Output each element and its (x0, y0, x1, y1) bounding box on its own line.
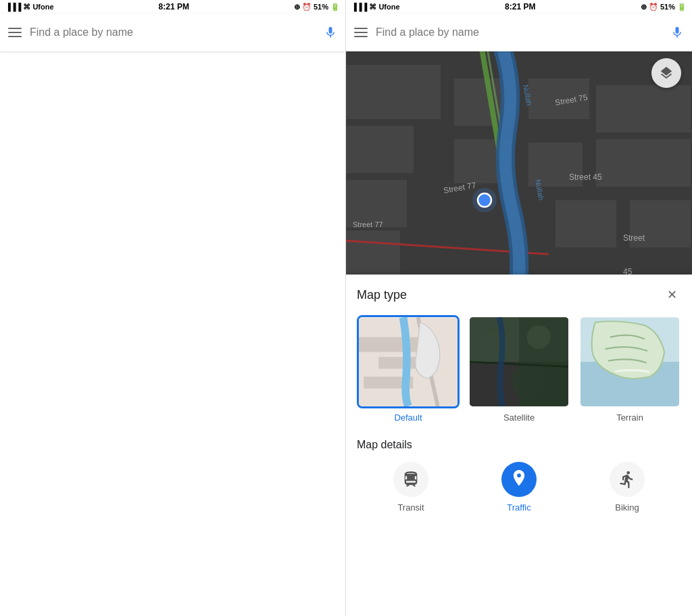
traffic-label: Traffic (507, 502, 530, 513)
right-carrier-label: Ufone (378, 3, 399, 11)
right-status-bar: ▐▐▐ ⌘ Ufone 8:21 PM ⊕ ⏰ 51% 🔋 (346, 0, 692, 14)
close-sheet-button[interactable]: ✕ (662, 285, 681, 304)
left-search-input[interactable] (30, 26, 316, 39)
biking-icon-wrap (610, 462, 645, 497)
left-time: 8:21 PM (159, 2, 189, 11)
detail-transit[interactable]: Transit (357, 462, 465, 513)
alarm-icon: ⏰ (302, 3, 312, 11)
satellite-label: Satellite (503, 412, 535, 423)
detail-traffic[interactable]: Traffic (465, 462, 573, 513)
left-status-bar: ▐▐▐ ⌘ Ufone 8:21 PM ⊕ ⏰ 51% 🔋 (0, 0, 345, 14)
satellite-thumbnail (468, 315, 570, 408)
map-details-options: Transit Traffic Bikin (357, 462, 681, 513)
biking-icon (618, 470, 637, 489)
traffic-icon-wrap (501, 462, 537, 497)
location-icon: ⊕ (294, 3, 300, 11)
right-search-input[interactable] (376, 26, 662, 39)
biking-label: Biking (615, 502, 639, 513)
right-time: 8:21 PM (505, 2, 535, 11)
right-wifi-icon: ⌘ (369, 3, 376, 11)
svg-text:Street: Street (623, 233, 645, 243)
right-search-bar (346, 14, 692, 51)
svg-point-74 (518, 474, 521, 477)
right-carrier: ▐▐▐ ⌘ Ufone (351, 3, 400, 11)
right-layers-button[interactable] (651, 58, 681, 88)
svg-rect-44 (596, 85, 691, 133)
svg-text:45: 45 (623, 267, 633, 275)
terrain-label: Terrain (616, 412, 643, 423)
map-type-title: Map type (357, 288, 407, 302)
map-type-default[interactable]: Default (357, 315, 460, 423)
map-type-terrain[interactable]: Terrain (578, 315, 681, 423)
right-signal-icon: ▐▐▐ (351, 3, 367, 11)
battery-icon: 🔋 (330, 3, 340, 11)
right-battery-icon: 🔋 (677, 3, 687, 11)
right-battery-area: ⊕ ⏰ 51% 🔋 (641, 3, 687, 11)
signal-icon: ▐▐▐ (5, 3, 21, 11)
left-battery-area: ⊕ ⏰ 51% 🔋 (294, 3, 340, 11)
svg-rect-38 (346, 65, 441, 119)
map-type-sheet: Map type ✕ D (346, 275, 692, 616)
transit-icon (401, 470, 420, 489)
right-map-bg: Street 75 Street 77 Street 77 Street 45 … (346, 51, 692, 275)
detail-biking[interactable]: Biking (573, 462, 681, 513)
transit-label: Transit (397, 502, 424, 513)
right-map-container: Street 75 Street 77 Street 77 Street 45 … (346, 51, 692, 275)
wifi-icon: ⌘ (23, 3, 30, 11)
sheet-header: Map type ✕ (357, 285, 681, 304)
transit-icon-wrap (393, 462, 428, 497)
svg-text:Street 77: Street 77 (353, 220, 383, 229)
map-details-title: Map details (357, 439, 681, 451)
map-type-satellite[interactable]: Satellite (468, 315, 570, 423)
left-hamburger-button[interactable] (8, 28, 22, 37)
terrain-thumbnail (578, 315, 681, 408)
svg-point-59 (478, 193, 491, 207)
right-map-svg: Street 75 Street 77 Street 77 Street 45 … (346, 51, 692, 275)
right-panel: ▐▐▐ ⌘ Ufone 8:21 PM ⊕ ⏰ 51% 🔋 (346, 0, 692, 616)
svg-point-70 (527, 325, 551, 349)
traffic-icon (510, 470, 528, 489)
right-mic-icon[interactable] (670, 26, 684, 39)
svg-point-71 (511, 364, 547, 400)
battery-label: 51% (314, 3, 328, 11)
carrier-label: Ufone (32, 3, 53, 11)
right-battery-label: 51% (660, 3, 675, 11)
right-location-icon: ⊕ (641, 3, 647, 11)
left-panel: ▐▐▐ ⌘ Ufone 8:21 PM ⊕ ⏰ 51% 🔋 (0, 0, 346, 616)
left-search-bar (0, 14, 345, 51)
left-mic-icon[interactable] (324, 26, 337, 39)
right-layers-icon (659, 66, 674, 80)
svg-text:Street 45: Street 45 (569, 172, 602, 182)
default-thumbnail (357, 315, 460, 408)
svg-rect-48 (555, 200, 616, 247)
right-alarm-icon: ⏰ (649, 3, 658, 11)
default-label: Default (394, 412, 422, 423)
map-type-options: Default (357, 315, 681, 423)
svg-rect-39 (346, 126, 414, 173)
svg-rect-47 (596, 139, 691, 187)
svg-rect-62 (378, 357, 418, 369)
right-hamburger-button[interactable] (354, 28, 368, 37)
left-carrier: ▐▐▐ ⌘ Ufone (5, 3, 54, 11)
svg-rect-41 (346, 231, 400, 275)
